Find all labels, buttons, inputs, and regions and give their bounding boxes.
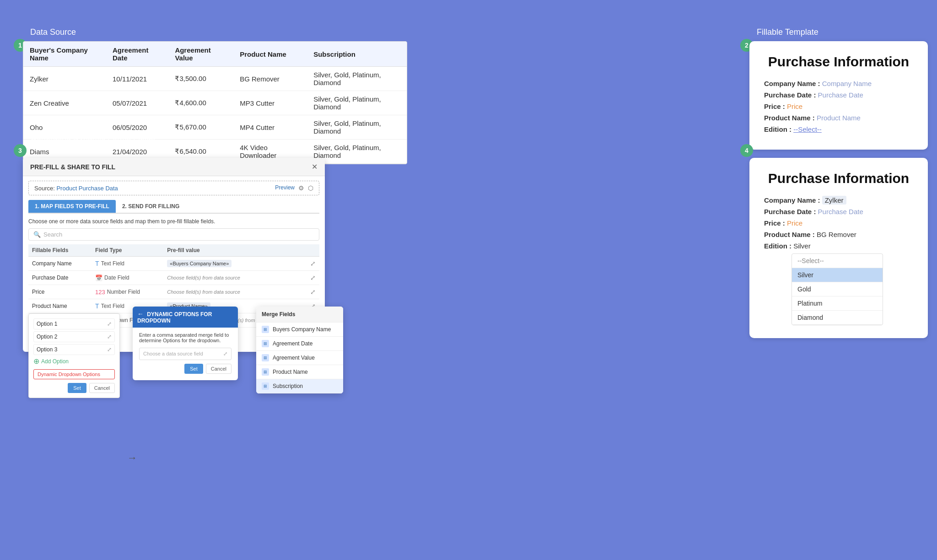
table-icon: ⊞ (262, 354, 269, 361)
col-header-agreement-value: Agreement Value (168, 42, 233, 67)
col-header-company: Buyer's Company Name (23, 42, 106, 67)
mf-item-subscription[interactable]: ⊞ Subscription (256, 379, 343, 393)
plus-icon: ⊕ (33, 357, 39, 366)
col-fillable-fields: Fillable Fields (28, 244, 92, 257)
source-link[interactable]: Product Purchase Data (56, 185, 118, 192)
mf-item-agreement-value[interactable]: ⊞ Agreement Value (256, 351, 343, 365)
step-badge-4: 4 (740, 144, 753, 157)
table-row: Zen Creative05/07/2021₹4,600.00MP3 Cutte… (23, 91, 407, 115)
fillable-template-card: Purchase Information Company Name : Comp… (749, 41, 928, 150)
form-field-purchase-date: Purchase Date : Purchase Date (764, 208, 913, 215)
section2-label: Fillable Template (757, 27, 819, 37)
col-header-product: Product Name (233, 42, 307, 67)
dynamic-dropdown-dialog: ← DYNAMIC OPTIONS FOR DROPDOWN Enter a c… (133, 307, 238, 380)
dynamic-set-button[interactable]: Set (184, 364, 203, 374)
option-item-3[interactable]: Option 3 ⤢ (33, 344, 115, 355)
col-header-agreement-date: Agreement Date (106, 42, 168, 67)
dropdown-select-header: --Select-- (792, 254, 883, 268)
dropdown-option-platinum[interactable]: Platinum (792, 296, 883, 311)
expand-icon: ⤢ (310, 260, 316, 267)
form-field-company: Company Name : Zylker (764, 196, 913, 204)
close-icon[interactable]: ✕ (312, 162, 318, 171)
merge-fields-header: Merge Fields (256, 307, 343, 323)
fillable-field-purchase-date: Purchase Date : Purchase Date (764, 91, 913, 99)
section1-label: Data Source (30, 27, 76, 37)
col-header-subscription: Subscription (307, 42, 407, 67)
source-bar: Source: Product Purchase Data Preview ⚙ … (28, 181, 319, 195)
fillable-card-title: Purchase Information (764, 54, 913, 70)
table-icon: ⊞ (262, 368, 269, 376)
section4-label: Form (757, 133, 776, 142)
dropdown-option-gold[interactable]: Gold (792, 282, 883, 296)
option-item-1[interactable]: Option 1 ⤢ (33, 318, 115, 329)
form-field-product: Product Name : BG Remover (764, 231, 913, 238)
form-field-edition: Edition : Silver (764, 242, 913, 250)
step-badge-3: 3 (14, 144, 27, 157)
form-card-title: Purchase Information (764, 171, 913, 186)
search-bar[interactable]: 🔍 Search (28, 228, 319, 241)
export-icon[interactable]: ⬡ (308, 184, 313, 192)
mf-item-company[interactable]: ⊞ Buyers Company Name (256, 323, 343, 337)
expand-icon[interactable]: ⤢ (107, 334, 112, 340)
dynamic-dialog-title: ← DYNAMIC OPTIONS FOR DROPDOWN (133, 307, 238, 328)
table-icon: ⊞ (262, 340, 269, 347)
search-placeholder: Search (43, 231, 62, 238)
expand-icon[interactable]: ⤢ (107, 346, 112, 353)
section3-label: Generating Dynamic Forms Fields (30, 133, 155, 142)
mf-item-product[interactable]: ⊞ Product Name (256, 365, 343, 379)
back-icon[interactable]: ← (137, 310, 144, 318)
dynamic-dropdown-label[interactable]: Dynamic Dropdown Options (33, 369, 115, 379)
data-source-table: Buyer's Company Name Agreement Date Agre… (23, 41, 407, 164)
col-prefill-value: Pre-fill value (163, 244, 307, 257)
table-row: Price 123 Number Field Choose field(s) f… (28, 285, 319, 299)
dialog-header: PRE-FILL & SHARE TO FILL ✕ (23, 158, 325, 176)
table-row: Purchase Date 📅 Date Field Choose field(… (28, 271, 319, 285)
dialog-tabs: 1. MAP FIELDS TO PRE-FILL 2. SEND FOR FI… (28, 200, 319, 214)
dialog-title: PRE-FILL & SHARE TO FILL (30, 163, 115, 171)
fillable-field-price: Price : Price (764, 102, 913, 110)
mf-item-agreement-date[interactable]: ⊞ Agreement Date (256, 337, 343, 351)
filter-icon[interactable]: ⚙ (298, 184, 304, 192)
table-icon: ⊞ (262, 326, 269, 333)
expand-icon: ⤢ (310, 288, 316, 296)
merge-fields-panel: Merge Fields ⊞ Buyers Company Name ⊞ Agr… (256, 307, 343, 393)
table-row: Company Name T Text Field «Buyers Compan… (28, 257, 319, 271)
form-field-price: Price : Price (764, 219, 913, 227)
dialog-description: Choose one or more data source fields an… (28, 218, 319, 225)
dynamic-dialog-input[interactable]: Choose a data source field ⤢ (139, 348, 232, 360)
expand-icon: ⤢ (310, 274, 316, 281)
fillable-field-edition: Edition : --Select-- (764, 125, 913, 133)
col-field-type: Field Type (92, 244, 163, 257)
arrow-icon: → (127, 452, 137, 464)
add-option-button[interactable]: ⊕ Add Option (33, 357, 115, 366)
form-card: Purchase Information Company Name : Zylk… (749, 158, 928, 338)
set-button[interactable]: Set (68, 383, 86, 393)
preview-label[interactable]: Preview (275, 184, 295, 192)
tab-map-fields[interactable]: 1. MAP FIELDS TO PRE-FILL (28, 200, 116, 213)
source-label: Source: (34, 185, 55, 192)
edition-dropdown[interactable]: --Select-- Silver Gold Platinum Diamond (792, 253, 883, 325)
expand-icon: ⤢ (223, 351, 227, 357)
search-icon: 🔍 (33, 231, 41, 238)
config-cancel-button[interactable]: Cancel (89, 383, 115, 393)
option-item-2[interactable]: Option 2 ⤢ (33, 331, 115, 342)
dropdown-option-silver[interactable]: Silver (792, 268, 883, 282)
config-actions: Set Cancel (33, 383, 115, 393)
fillable-field-product: Product Name : Product Name (764, 114, 913, 122)
dropdown-option-diamond[interactable]: Diamond (792, 311, 883, 325)
table-row: Zylker10/11/2021₹3,500.00BG RemoverSilve… (23, 67, 407, 91)
fillable-field-company: Company Name : Company Name (764, 80, 913, 87)
dynamic-dialog-desc: Enter a comma separated merge field to d… (139, 332, 232, 343)
table-icon: ⊞ (262, 382, 269, 390)
col-expand (307, 244, 319, 257)
expand-icon[interactable]: ⤢ (107, 321, 112, 327)
tab-send-filling[interactable]: 2. SEND FOR FILLING (116, 200, 186, 213)
dynamic-dialog-actions: Set Cancel (139, 364, 232, 374)
dynamic-cancel-button[interactable]: Cancel (206, 364, 232, 374)
dropdown-config-popup: Option 1 ⤢ Option 2 ⤢ Option 3 ⤢ ⊕ Add O… (28, 313, 120, 398)
